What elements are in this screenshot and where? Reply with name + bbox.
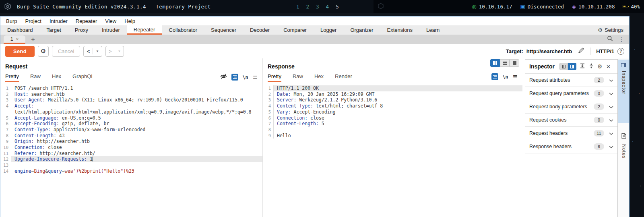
tab-proxy[interactable]: Proxy — [68, 25, 95, 35]
menu-intruder[interactable]: Intruder — [45, 17, 72, 25]
workspace-3[interactable]: 3 — [316, 4, 319, 10]
menu-burp[interactable]: Burp — [2, 17, 21, 25]
search-icon[interactable] — [607, 35, 613, 43]
editor-line[interactable]: 14engine=Bing&query=wea')%2bprint("Hello… — [0, 168, 262, 174]
editor-line[interactable]: 7Content-Type: application/x-www-form-ur… — [0, 127, 262, 133]
view-tab-graphql[interactable]: GraphQL — [72, 73, 94, 82]
menu-view[interactable]: View — [101, 17, 120, 25]
view-tab-hex[interactable]: Hex — [314, 73, 324, 82]
side-tab-notes[interactable]: Notes — [621, 133, 627, 159]
layout-columns-button[interactable] — [490, 59, 500, 67]
editor-line[interactable]: 2Host: searcher.htb — [0, 91, 262, 97]
history-forward-button[interactable]: > ▼ — [105, 46, 124, 57]
editor-line[interactable]: 8Content-Length: 43 — [0, 133, 262, 139]
editor-line[interactable]: 5Vary: Accept-Encoding — [263, 109, 522, 115]
inspector-dock-left-button[interactable] — [559, 63, 568, 70]
editor-line[interactable]: 5Accept-Language: en-US,en;q=0.5 — [0, 115, 262, 121]
tab-learn[interactable]: Learn — [419, 25, 446, 35]
editor-line[interactable]: 4Content-Type: text/html; charset=utf-8 — [263, 103, 522, 109]
editor-line[interactable]: 8 — [263, 127, 522, 133]
history-back-button[interactable]: < ▼ — [83, 46, 102, 57]
chevron-down-icon[interactable] — [609, 130, 613, 137]
tab-logger[interactable]: Logger — [314, 25, 343, 35]
repeater-tab-1[interactable]: 1 × — [4, 35, 25, 44]
editor-menu-icon[interactable]: ≡ — [512, 74, 518, 80]
tab-organizer[interactable]: Organizer — [343, 25, 380, 35]
show-newlines-icon[interactable]: \n — [243, 74, 248, 80]
tab-comparer[interactable]: Comparer — [277, 25, 314, 35]
editor-menu-icon[interactable]: ≡ — [252, 74, 258, 80]
side-tab-inspector[interactable]: Inspector — [618, 60, 629, 123]
view-tab-hex[interactable]: Hex — [52, 73, 61, 82]
chevron-down-icon[interactable] — [609, 103, 613, 110]
workspace-1[interactable]: 1 — [296, 4, 299, 10]
editor-line[interactable]: 6Accept-Encoding: gzip, deflate, br — [0, 121, 262, 127]
inspector-section-request-headers[interactable]: Request headers11 — [525, 126, 617, 140]
tab-repeater[interactable]: Repeater — [127, 25, 162, 35]
editor-line[interactable]: 6Connection: close — [263, 115, 522, 121]
inspector-section-request-body-parameters[interactable]: Request body parameters2 — [525, 100, 617, 113]
view-tab-pretty[interactable]: Pretty — [5, 73, 19, 82]
collapse-all-icon[interactable] — [588, 63, 594, 70]
inspector-section-request-query-parameters[interactable]: Request query parameters0 — [525, 87, 617, 100]
editor-line[interactable]: 13 — [0, 162, 262, 168]
editor-line[interactable]: text/html,application/xhtml+xml,applicat… — [0, 109, 262, 115]
view-tab-raw[interactable]: Raw — [30, 73, 41, 82]
cancel-button[interactable]: Cancel — [52, 46, 80, 57]
layout-single-button[interactable] — [510, 59, 519, 67]
tab-sequencer[interactable]: Sequencer — [204, 25, 243, 35]
chevron-down-icon[interactable] — [609, 143, 613, 150]
kebab-menu-icon[interactable]: ⋮ — [619, 36, 624, 43]
view-tab-pretty[interactable]: Pretty — [268, 73, 281, 82]
inspector-section-request-attributes[interactable]: Request attributes2 — [525, 73, 617, 87]
view-tab-raw[interactable]: Raw — [293, 73, 303, 82]
inspector-section-response-headers[interactable]: Response headers6 — [525, 140, 617, 153]
tab-decoder[interactable]: Decoder — [243, 25, 277, 35]
editor-line[interactable]: 11Referer: http://searcher.htb/ — [0, 151, 262, 157]
tab-target[interactable]: Target — [40, 25, 68, 35]
editor-line[interactable]: 7Content-Length: 5 — [263, 121, 522, 127]
chevron-down-icon[interactable] — [609, 76, 613, 84]
prettify-icon[interactable] — [231, 74, 238, 81]
hide-highlights-icon[interactable] — [220, 73, 227, 81]
inspector-dock-right-button[interactable] — [568, 63, 576, 70]
show-newlines-icon[interactable]: \n — [503, 74, 508, 80]
response-editor[interactable]: 1HTTP/1.1 200 OK2Date: Mon, 20 Jan 2025 … — [263, 85, 522, 217]
help-icon[interactable]: ? — [617, 48, 624, 55]
editor-line[interactable]: 12Upgrade-Insecure-Requests: 1 — [0, 156, 262, 162]
editor-line[interactable]: 3Server: Werkzeug/2.1.2 Python/3.10.6 — [263, 97, 522, 103]
expand-all-icon[interactable] — [580, 63, 585, 70]
menu-project[interactable]: Project — [21, 17, 45, 25]
tab-extensions[interactable]: Extensions — [380, 25, 420, 35]
send-settings-button[interactable]: ⚙ — [38, 46, 49, 57]
workspace-4[interactable]: 4 — [326, 4, 329, 10]
send-button[interactable]: Send — [5, 46, 35, 57]
prettify-icon[interactable] — [491, 73, 498, 80]
tab-intruder[interactable]: Intruder — [95, 25, 127, 35]
back-dropdown-icon[interactable]: ▼ — [96, 50, 99, 53]
chevron-down-icon[interactable] — [609, 116, 613, 124]
http-version-selector[interactable]: HTTP/1 — [596, 48, 614, 54]
view-tab-render[interactable]: Render — [335, 73, 352, 82]
chevron-down-icon[interactable] — [609, 90, 613, 97]
editor-line[interactable]: 3User-Agent: Mozilla/5.0 (X11; Linux x86… — [0, 97, 262, 103]
inspector-settings-icon[interactable]: ⚙ — [597, 64, 603, 69]
settings-button[interactable]: ⚙Settings — [592, 25, 629, 35]
close-tab-icon[interactable]: × — [16, 37, 19, 41]
workspace-5[interactable]: 5 — [336, 4, 339, 10]
editor-line[interactable]: 9Hello — [263, 133, 522, 139]
layout-rows-button[interactable] — [500, 59, 510, 67]
tab-dashboard[interactable]: Dashboard — [0, 25, 40, 35]
workspace-2[interactable]: 2 — [306, 4, 310, 10]
editor-line[interactable]: 1POST /search HTTP/1.1 — [0, 85, 262, 91]
editor-line[interactable]: 2Date: Mon, 20 Jan 2025 16:29:09 GMT — [263, 91, 522, 97]
tab-collaborator[interactable]: Collaborator — [162, 25, 204, 35]
add-tab-button[interactable]: + — [31, 36, 35, 43]
inspector-close-icon[interactable]: × — [607, 63, 611, 70]
edit-target-pencil-icon[interactable] — [578, 47, 584, 55]
editor-line[interactable]: 10Connection: close — [0, 145, 262, 151]
editor-line[interactable]: 1HTTP/1.1 200 OK — [263, 85, 522, 91]
editor-line[interactable]: 4Accept: — [0, 103, 262, 109]
inspector-section-request-cookies[interactable]: Request cookies0 — [525, 113, 617, 126]
editor-line[interactable]: 9Origin: http://searcher.htb — [0, 138, 262, 145]
